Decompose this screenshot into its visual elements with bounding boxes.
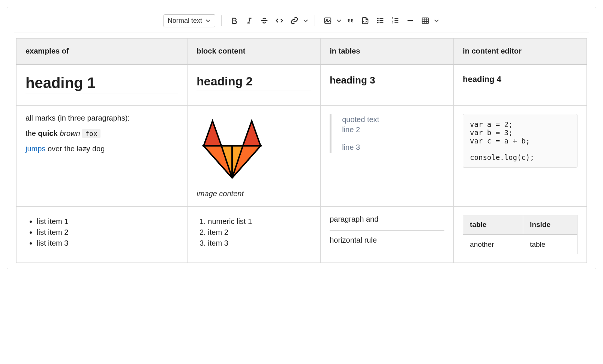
table-header[interactable]: block content	[188, 39, 321, 64]
link-button[interactable]	[288, 14, 301, 27]
horizontal-rule	[330, 230, 444, 231]
heading-3: heading 3	[330, 75, 444, 86]
text-style-dropdown[interactable]: Normal text	[164, 14, 215, 27]
table-cell[interactable]: all marks (in three paragraphs): the qui…	[16, 106, 188, 207]
paragraph: all marks (in three paragraphs):	[26, 114, 178, 122]
list-item: list item 1	[37, 217, 178, 226]
paragraph: jumps over the lazy dog	[26, 145, 178, 153]
italic-text: brown	[60, 129, 80, 137]
bullet-list: list item 1 list item 2 list item 3	[26, 217, 178, 248]
table-cell[interactable]: image content	[188, 106, 321, 207]
list-item: numeric list 1	[208, 217, 311, 226]
quote-line: quoted text	[342, 115, 444, 124]
paragraph: the quick brown fox	[26, 129, 178, 138]
quote-line: line 3	[342, 143, 444, 152]
code-button[interactable]	[273, 14, 286, 27]
table-cell[interactable]: list item 1 list item 2 list item 3	[16, 207, 188, 263]
table-header[interactable]: in tables	[321, 39, 454, 64]
bullet-list-button[interactable]	[374, 14, 387, 27]
chevron-down-icon[interactable]	[303, 18, 309, 24]
quote-button[interactable]	[344, 14, 357, 27]
table-cell[interactable]: quoted text line 2 line 3	[321, 106, 454, 207]
outer-table[interactable]: examples of block content in tables in c…	[16, 38, 587, 263]
italic-button[interactable]	[243, 14, 256, 27]
content-area[interactable]: examples of block content in tables in c…	[14, 33, 589, 266]
list-item: item 2	[208, 228, 311, 237]
svg-marker-25	[204, 121, 222, 146]
table-row: all marks (in three paragraphs): the qui…	[16, 106, 587, 207]
list-item: item 3	[208, 239, 311, 248]
numbered-list: numeric list 1 item 2 item 3	[196, 217, 311, 248]
image-caption: image content	[196, 189, 311, 198]
list-item: list item 3	[37, 239, 178, 248]
svg-rect-19	[422, 18, 429, 24]
quote-line: line 2	[342, 125, 444, 134]
bold-button[interactable]	[228, 14, 241, 27]
table-header[interactable]: inside	[523, 215, 578, 235]
table-button[interactable]	[418, 14, 432, 27]
format-group	[228, 14, 309, 27]
toolbar: Normal text	[14, 14, 589, 33]
horizontal-rule-button[interactable]	[404, 14, 417, 27]
text-style-label: Normal text	[168, 17, 202, 25]
table-row: heading 1 heading 2 heading 3 heading 4	[16, 64, 587, 106]
table-cell[interactable]: table inside another table	[454, 207, 587, 263]
table-cell[interactable]: heading 1	[16, 64, 188, 106]
table-header[interactable]: examples of	[16, 39, 188, 64]
chevron-down-icon[interactable]	[336, 18, 342, 24]
table-header[interactable]: in content editor	[454, 39, 587, 64]
bold-text: quick	[38, 129, 57, 137]
svg-line-2	[249, 18, 250, 23]
svg-marker-26	[243, 121, 261, 146]
heading-1: heading 1	[26, 75, 178, 94]
link-text[interactable]: jumps	[26, 145, 45, 153]
insert-group: 123	[321, 14, 440, 27]
table-cell[interactable]: var a = 2; var b = 3; var c = a + b; con…	[454, 106, 587, 207]
table-cell[interactable]: another	[463, 235, 523, 254]
gitlab-logo-icon	[196, 114, 268, 185]
table-cell[interactable]: numeric list 1 item 2 item 3	[188, 207, 321, 263]
separator	[221, 15, 222, 26]
table-cell[interactable]: heading 2	[188, 64, 321, 106]
strike-text: lazy	[77, 145, 90, 153]
heading-4: heading 4	[463, 75, 578, 84]
image-button[interactable]	[321, 14, 334, 27]
chevron-down-icon	[205, 18, 211, 24]
table-cell[interactable]: table	[523, 235, 578, 254]
strikethrough-button[interactable]	[258, 14, 271, 27]
code-block-button[interactable]	[358, 14, 372, 27]
inline-code: fox	[82, 129, 100, 138]
list-item: list item 2	[37, 228, 178, 237]
svg-text:3: 3	[392, 22, 393, 24]
heading-2: heading 2	[196, 75, 311, 91]
svg-point-7	[378, 20, 378, 21]
code-block: var a = 2; var b = 3; var c = a + b; con…	[463, 114, 578, 168]
svg-point-8	[378, 22, 378, 23]
table-row: list item 1 list item 2 list item 3 nume…	[16, 207, 587, 263]
table-header[interactable]: table	[463, 215, 523, 235]
svg-point-6	[378, 18, 378, 19]
numbered-list-button[interactable]: 123	[388, 14, 402, 27]
editor-frame: Normal text	[7, 7, 596, 269]
table-cell[interactable]: heading 3	[321, 64, 454, 106]
inner-table[interactable]: table inside another table	[463, 215, 578, 254]
blockquote: quoted text line 2 line 3	[330, 114, 444, 153]
separator	[315, 15, 315, 26]
paragraph: paragraph and	[330, 215, 444, 224]
table-cell[interactable]: heading 4	[454, 64, 587, 106]
chevron-down-icon[interactable]	[434, 18, 440, 24]
table-cell[interactable]: paragraph and horizontal rule	[321, 207, 454, 263]
paragraph: horizontal rule	[330, 236, 444, 245]
